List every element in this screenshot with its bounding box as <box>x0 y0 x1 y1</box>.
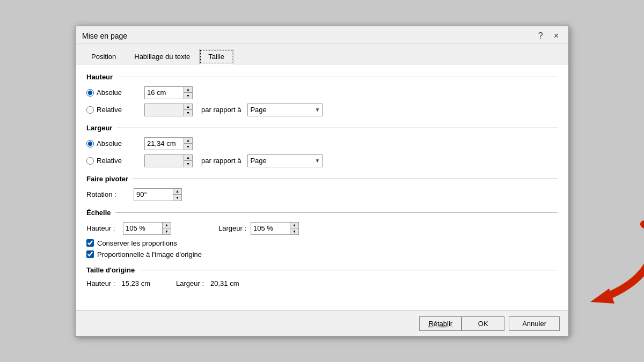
help-button[interactable]: ? <box>535 31 546 41</box>
echelle-largeur-spinbox-buttons: ▲ ▼ <box>290 223 298 234</box>
hauteur-divider-line <box>117 77 558 77</box>
largeur-relative-up[interactable]: ▲ <box>184 155 192 161</box>
largeur-absolue-radio-label[interactable]: Absolue <box>86 139 140 147</box>
hauteur-absolue-up[interactable]: ▲ <box>184 87 192 93</box>
largeur-par-rapport-select[interactable]: Page Marge <box>248 155 312 167</box>
faire-pivoter-divider-line <box>133 179 558 179</box>
largeur-relative-radio-label[interactable]: Relative <box>86 157 140 165</box>
taille-origine-largeur-value: 20,31 cm <box>210 279 239 287</box>
largeur-absolue-spinbox-buttons: ▲ ▼ <box>184 138 192 150</box>
echelle-hauteur-label: Hauteur : <box>86 224 119 232</box>
hauteur-divider: Hauteur <box>86 73 558 81</box>
hauteur-relative-down[interactable]: ▼ <box>184 110 192 116</box>
tab-taille[interactable]: Taille <box>199 49 233 64</box>
rotation-spinbox: ▲ ▼ <box>134 188 182 201</box>
echelle-hauteur-up[interactable]: ▲ <box>162 223 171 228</box>
largeur-relative-row: Relative ▲ ▼ par rapport à Page Marge <box>86 154 558 167</box>
echelle-largeur-up[interactable]: ▲ <box>290 223 298 228</box>
proportionnelle-row: Proportionnelle à l'image d'origine <box>86 250 558 258</box>
rotation-label: Rotation : <box>86 190 129 198</box>
conserver-row: Conserver les proportions <box>86 239 558 247</box>
hauteur-par-rapport-select[interactable]: Page Marge <box>248 104 312 116</box>
hauteur-absolue-radio-label[interactable]: Absolue <box>86 88 140 97</box>
taille-origine-largeur-label: Largeur : <box>176 279 204 287</box>
echelle-hauteur-spinbox: ▲ ▼ <box>123 222 171 235</box>
largeur-par-rapport-label: par rapport à <box>201 157 241 165</box>
largeur-absolue-up[interactable]: ▲ <box>184 138 192 144</box>
taille-origine-row: Hauteur : 15,23 cm Largeur : 20,31 cm <box>86 279 558 287</box>
largeur-relative-radio[interactable] <box>86 157 94 165</box>
hauteur-relative-radio-label[interactable]: Relative <box>86 106 140 114</box>
hauteur-absolue-spinbox: ▲ ▼ <box>144 86 193 99</box>
largeur-relative-input[interactable] <box>145 155 184 167</box>
rotation-input[interactable] <box>134 189 173 201</box>
largeur-divider-line <box>116 128 558 128</box>
echelle-largeur-input[interactable] <box>251 223 290 234</box>
svg-marker-1 <box>590 289 614 304</box>
largeur-relative-down[interactable]: ▼ <box>184 161 192 167</box>
hauteur-relative-up[interactable]: ▲ <box>184 104 192 110</box>
largeur-divider: Largeur <box>86 124 558 132</box>
echelle-divider: Échelle <box>86 209 558 217</box>
hauteur-relative-radio[interactable] <box>86 106 94 114</box>
taille-origine-divider: Taille d'origine <box>86 266 558 274</box>
largeur-relative-spinbox-buttons: ▲ ▼ <box>184 155 192 167</box>
faire-pivoter-title: Faire pivoter <box>86 175 128 183</box>
echelle-largeur-label: Largeur : <box>218 224 246 232</box>
echelle-hauteur-down[interactable]: ▼ <box>162 228 171 234</box>
title-bar-controls: ? × <box>535 31 562 41</box>
hauteur-relative-spinbox: ▲ ▼ <box>144 104 193 116</box>
annuler-button[interactable]: Annuler <box>509 316 560 331</box>
proportionnelle-checkbox[interactable] <box>86 250 94 258</box>
faire-pivoter-section: Faire pivoter Rotation : ▲ ▼ <box>86 175 558 201</box>
hauteur-relative-input[interactable] <box>145 104 184 116</box>
hauteur-absolue-radio[interactable] <box>86 89 94 97</box>
largeur-absolue-radio[interactable] <box>86 140 94 147</box>
largeur-absolue-spinbox: ▲ ▼ <box>144 137 193 150</box>
conserver-checkbox[interactable] <box>86 239 94 247</box>
tab-habillage[interactable]: Habillage du texte <box>125 49 199 64</box>
title-bar: Mise en page ? × <box>76 26 568 44</box>
hauteur-par-rapport-arrow: ▼ <box>312 107 322 113</box>
largeur-absolue-down[interactable]: ▼ <box>184 144 192 150</box>
rotation-up[interactable]: ▲ <box>173 189 181 195</box>
echelle-hauteur-spinbox-buttons: ▲ ▼ <box>162 223 171 234</box>
largeur-absolue-input[interactable] <box>145 138 184 150</box>
hauteur-absolue-input[interactable] <box>145 87 184 99</box>
echelle-divider-line <box>115 212 558 213</box>
hauteur-par-rapport-label: par rapport à <box>201 106 241 114</box>
echelle-hauteur-input[interactable] <box>123 223 162 234</box>
largeur-par-rapport-select-wrapper: Page Marge ▼ <box>247 154 323 167</box>
echelle-row: Hauteur : ▲ ▼ Largeur : ▲ ▼ <box>86 222 558 235</box>
largeur-section: Largeur Absolue ▲ ▼ <box>86 124 558 167</box>
taille-origine-divider-line <box>139 270 558 270</box>
hauteur-relative-row: Relative ▲ ▼ par rapport à Page Marge <box>86 104 558 116</box>
footer-right: OK Annuler <box>462 316 560 331</box>
hauteur-absolue-spinbox-buttons: ▲ ▼ <box>184 87 192 99</box>
red-arrow-annotation <box>558 219 644 305</box>
dialog-body: Hauteur Absolue ▲ ▼ <box>76 64 568 311</box>
ok-button[interactable]: OK <box>462 316 504 331</box>
tabs-area: Position Habillage du texte Taille <box>76 44 568 64</box>
close-button[interactable]: × <box>551 31 562 41</box>
largeur-absolue-row: Absolue ▲ ▼ <box>86 137 558 150</box>
rotation-spinbox-buttons: ▲ ▼ <box>173 189 181 201</box>
faire-pivoter-divider: Faire pivoter <box>86 175 558 183</box>
hauteur-absolue-down[interactable]: ▼ <box>184 93 192 99</box>
largeur-relative-spinbox: ▲ ▼ <box>144 154 193 167</box>
echelle-title: Échelle <box>86 209 111 217</box>
tab-position[interactable]: Position <box>82 49 125 64</box>
hauteur-title: Hauteur <box>86 73 113 81</box>
retablir-button[interactable]: Rétablir <box>419 316 462 331</box>
taille-origine-hauteur-value: 15,23 cm <box>121 279 150 287</box>
taille-origine-hauteur-label: Hauteur : <box>86 279 115 287</box>
hauteur-relative-spinbox-buttons: ▲ ▼ <box>184 104 192 116</box>
rotation-row: Rotation : ▲ ▼ <box>86 188 558 201</box>
rotation-down[interactable]: ▼ <box>173 195 181 201</box>
echelle-largeur-down[interactable]: ▼ <box>290 228 298 234</box>
dialog: Mise en page ? × Position Habillage du t… <box>75 26 569 337</box>
hauteur-absolue-row: Absolue ▲ ▼ <box>86 86 558 99</box>
conserver-label: Conserver les proportions <box>97 239 177 247</box>
largeur-par-rapport-arrow: ▼ <box>312 158 322 164</box>
echelle-largeur-spinbox: ▲ ▼ <box>251 222 299 235</box>
